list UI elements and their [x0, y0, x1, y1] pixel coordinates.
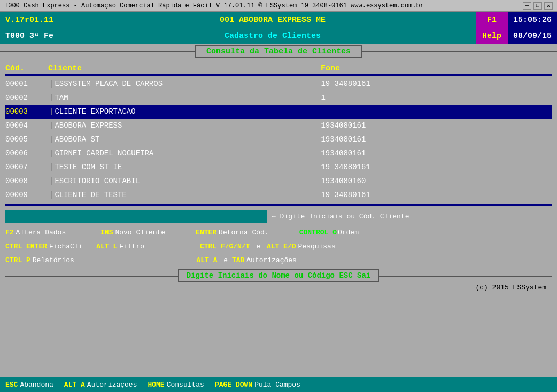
consulta-title: Consulta da Tabela de Clientes — [195, 45, 362, 58]
bottom-bar: ESCAbandonaALT AAutorizaçõesHOMEConsulta… — [0, 377, 557, 392]
key-f2[interactable]: F2 — [5, 229, 14, 237]
title-bar: T000 Cash Express - Automação Comercial … — [0, 0, 557, 12]
table-row[interactable]: 00008|ESCRITORIO CONTABIL1934080160 — [5, 174, 552, 188]
desc-pesquisas: Pesquisas — [298, 242, 336, 250]
header-second: T000 3ª Fe Cadastro de Clientes Help 08/… — [0, 28, 557, 44]
cell-fone: 1 — [321, 93, 481, 102]
bottom-key[interactable]: ALT A — [64, 381, 85, 389]
key-enter[interactable]: ENTER — [196, 229, 216, 237]
cell-cod: 00007 — [5, 163, 48, 171]
table-row[interactable]: 00007|TESTE COM ST IE19 34080161 — [5, 160, 552, 174]
table-row[interactable]: 00002|TAM1 — [5, 91, 552, 105]
cell-fone: 1934080161 — [321, 135, 481, 144]
help-label[interactable]: Help — [476, 28, 508, 44]
header-cod: Cód. — [5, 64, 48, 73]
digite-label: Digite Iniciais do Nome ou Código ESC Sa… — [178, 269, 379, 282]
desc-ctrl-p: Relatórios — [33, 256, 187, 264]
header-cliente: Cliente — [48, 64, 321, 73]
header-fone: Fone — [321, 64, 481, 73]
table-row[interactable]: 00001|ESSYSTEM PLACA DE CARROS19 3408016… — [5, 77, 552, 91]
search-hint: ← Digite Iniciais ou Cód. Cliente — [272, 213, 409, 221]
cell-name: GIRNEI CARDEL NOGUEIRA — [55, 149, 321, 158]
table-separator-top — [5, 74, 552, 76]
cell-cod: 00005 — [5, 135, 48, 144]
bottom-desc: Abandona — [20, 381, 53, 389]
key-ins[interactable]: INS — [100, 229, 113, 237]
module-title: Cadastro de Clientes — [69, 28, 476, 44]
key-control-o[interactable]: CONTROL O — [299, 229, 337, 237]
cell-name: TESTE COM ST IE — [55, 163, 321, 171]
t000-label: T000 3ª Fe — [0, 28, 69, 44]
shortcut-row-3: CTRL P Relatórios ALT A e TAB Autorizaçõ… — [5, 254, 552, 266]
window-title: T000 Cash Express - Automação Comercial … — [4, 2, 424, 10]
shortcut-row-1: F2 Altera Dados INS Novo Cliente ENTER R… — [5, 226, 552, 239]
cell-fone: 1934080161 — [321, 149, 481, 158]
minimize-button[interactable]: — — [523, 2, 531, 10]
date-display: 08/09/15 — [508, 28, 557, 44]
table-row[interactable]: 00006|GIRNEI CARDEL NOGUEIRA1934080161 — [5, 146, 552, 160]
cell-fone: 1934080161 — [321, 121, 481, 130]
header-top: V.17r01.11 001 ABOBORA EXPRESS ME F1 15:… — [0, 12, 557, 28]
table-row[interactable]: 00005|ABOBORA ST1934080161 — [5, 132, 552, 146]
key-tab[interactable]: TAB — [232, 256, 244, 264]
clock-display: 15:05:26 — [508, 12, 557, 28]
version-display: V.17r01.11 — [0, 12, 69, 28]
bottom-desc: Autorizações — [87, 381, 137, 389]
key-alt-eo[interactable]: ALT E/O — [267, 242, 296, 250]
key-ctrl-p[interactable]: CTRL P — [5, 256, 30, 264]
cell-fone: 19 34080161 — [321, 163, 481, 171]
app-container: V.17r01.11 001 ABOBORA EXPRESS ME F1 15:… — [0, 12, 557, 392]
cell-cod: 00003 — [5, 107, 48, 116]
desc-f2: Altera Dados — [16, 229, 91, 237]
bottom-key[interactable]: PAGE DOWN — [215, 381, 252, 389]
cell-name: CLIENTE DE TESTE — [55, 191, 321, 199]
search-input[interactable] — [5, 210, 267, 223]
desc-alt-l: Filtro — [119, 242, 190, 250]
bottom-key[interactable]: ESC — [5, 381, 18, 389]
cell-cod: 00004 — [5, 121, 48, 130]
key-ctrl-fgnt[interactable]: CTRL F/G/N/T — [200, 242, 250, 250]
cell-cod: 00002 — [5, 93, 48, 102]
desc-enter: Retorna Cód. — [219, 229, 290, 237]
input-row: ← Digite Iniciais ou Cód. Cliente — [5, 210, 552, 223]
cell-fone: 19 34080161 — [321, 80, 481, 88]
table-separator-bottom — [5, 204, 552, 206]
table-area: Cód. Cliente Fone 00001|ESSYSTEM PLACA D… — [0, 61, 557, 206]
cell-cod: 00009 — [5, 191, 48, 199]
cell-cod: 00001 — [5, 80, 48, 88]
bottom-desc: Pula Campos — [254, 381, 300, 389]
desc-ctrl-enter: FichaCli — [49, 242, 87, 250]
cell-name: CLIENTE EXPORTACAO — [55, 107, 322, 116]
shortcut-row-2: CTRL ENTER FichaCli ALT L Filtro CTRL F/… — [5, 240, 552, 253]
digite-row: Digite Iniciais do Nome ou Código ESC Sa… — [5, 269, 552, 283]
desc-ins: Novo Cliente — [115, 229, 186, 237]
desc-control-o: Ordem — [338, 229, 359, 237]
table-header: Cód. Cliente Fone — [5, 61, 552, 74]
table-rows: 00001|ESSYSTEM PLACA DE CARROS19 3408016… — [5, 77, 552, 202]
desc-autorizacoes: Autorizações — [246, 256, 297, 264]
cell-fone: 19 34080161 — [321, 191, 481, 199]
cell-cod: 00008 — [5, 177, 48, 185]
company-name: 001 ABOBORA EXPRESS ME — [69, 12, 476, 28]
maximize-button[interactable]: □ — [533, 2, 542, 10]
key-ctrl-enter[interactable]: CTRL ENTER — [5, 242, 47, 250]
bottom-key[interactable]: HOME — [148, 381, 164, 389]
cell-name: ESSYSTEM PLACA DE CARROS — [55, 80, 321, 88]
cell-cod: 00006 — [5, 149, 48, 158]
cell-name: TAM — [55, 93, 321, 102]
cell-name: ABOBORA ST — [55, 135, 321, 144]
table-row[interactable]: 00003|CLIENTE EXPORTACAO — [5, 105, 552, 119]
cell-name: ESCRITORIO CONTABIL — [55, 177, 321, 185]
consulta-row: Consulta da Tabela de Clientes — [0, 44, 557, 59]
copyright: (c) 2015 ESSystem — [5, 284, 552, 292]
close-button[interactable]: ✕ — [544, 2, 553, 10]
bottom-desc: Consultas — [167, 381, 204, 389]
window-controls: — □ ✕ — [523, 2, 553, 10]
table-row[interactable]: 00004|ABOBORA EXPRESS1934080161 — [5, 119, 552, 132]
cell-name: ABOBORA EXPRESS — [55, 121, 321, 130]
key-alt-l[interactable]: ALT L — [96, 242, 117, 250]
f1-help-key[interactable]: F1 — [476, 12, 508, 28]
table-row[interactable]: 00009|CLIENTE DE TESTE19 34080161 — [5, 188, 552, 202]
key-alt-a[interactable]: ALT A — [196, 256, 217, 264]
cell-fone: 1934080160 — [321, 177, 481, 185]
